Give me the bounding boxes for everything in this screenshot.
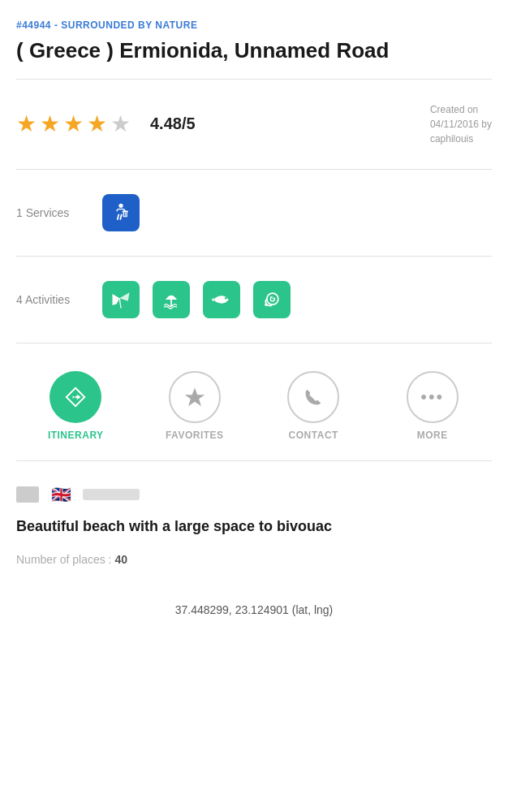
svg-marker-15: [185, 387, 204, 406]
wind-svg: [110, 288, 132, 311]
phone-icon: [301, 385, 325, 409]
rating-row: ★ ★ ★ ★ ★ 4.48/5 Created on 04/11/2016 b…: [16, 91, 492, 158]
service-icon-trash: [102, 194, 140, 231]
places-row: Number of places : 40: [16, 553, 492, 566]
star-1: ★: [16, 110, 37, 137]
divider-2: [16, 169, 492, 170]
activity-icon-fish: [203, 281, 240, 318]
tab-itinerary[interactable]: ITINERARY: [16, 371, 136, 441]
activities-label: 4 Activities: [16, 293, 89, 306]
tab-favorites[interactable]: FAVORITES: [136, 371, 255, 441]
more-circle: •••: [407, 371, 458, 423]
svg-point-12: [225, 296, 227, 299]
activities-row: 4 Activities: [16, 268, 492, 331]
created-info: Created on 04/11/2016 by caphilouis: [430, 102, 492, 146]
tab-contact[interactable]: CONTACT: [254, 371, 373, 441]
divider-4: [16, 343, 492, 343]
flags-row: 🇬🇧: [16, 486, 492, 503]
favorites-label: FAVORITES: [166, 430, 224, 441]
star-icon: [183, 385, 207, 409]
activity-icon-snail: [253, 281, 291, 318]
itinerary-icon: [63, 385, 88, 409]
svg-point-14: [265, 303, 268, 306]
flag-placeholder-1: [16, 486, 39, 503]
beach-svg: [160, 288, 183, 311]
places-value: 40: [114, 553, 127, 566]
flag-uk: 🇬🇧: [47, 486, 75, 503]
favorites-circle: [169, 371, 221, 423]
svg-point-0: [118, 203, 123, 207]
content-area: 🇬🇧 Beautiful beach with a large space to…: [16, 473, 492, 584]
star-3: ★: [63, 110, 84, 137]
coordinates: 37.448299, 23.124901 (lat, lng): [16, 603, 492, 616]
svg-marker-9: [119, 292, 129, 301]
star-2: ★: [40, 110, 60, 137]
rating-value: 4.48/5: [150, 114, 196, 133]
svg-marker-8: [113, 294, 120, 305]
contact-circle: [287, 371, 339, 423]
itinerary-circle: [50, 371, 101, 423]
star-4: ★: [87, 110, 107, 137]
services-label: 1 Services: [16, 206, 89, 219]
divider-3: [16, 256, 492, 257]
created-date: 04/11/2016 by: [430, 119, 492, 130]
snail-svg: [260, 288, 283, 311]
svg-line-6: [120, 214, 122, 219]
svg-line-10: [119, 298, 121, 308]
svg-rect-1: [123, 211, 127, 217]
more-dots-icon: •••: [420, 387, 444, 408]
page-container: #44944 - SURROUNDED BY NATURE ( Greece )…: [0, 0, 508, 649]
contact-label: CONTACT: [289, 430, 338, 441]
tab-more[interactable]: ••• MORE: [373, 371, 493, 441]
divider-1: [16, 79, 492, 80]
divider-5: [16, 460, 492, 461]
services-row: 1 Services: [16, 181, 492, 244]
activity-icon-beach: [153, 281, 190, 318]
nav-tabs: ITINERARY FAVORITES CONTACT •••: [16, 355, 492, 449]
tag-line: #44944 - SURROUNDED BY NATURE: [16, 19, 492, 31]
created-label: Created on: [430, 104, 478, 115]
text-placeholder: [83, 489, 140, 500]
star-5-empty: ★: [110, 110, 131, 137]
trash-person-svg: [110, 201, 132, 224]
page-title: ( Greece ) Ermionida, Unnamed Road: [16, 37, 492, 64]
stars: ★ ★ ★ ★ ★: [16, 110, 131, 137]
activity-icon-wind: [102, 281, 140, 318]
created-user: caphilouis: [430, 133, 473, 145]
svg-line-5: [118, 214, 119, 219]
description-text: Beautiful beach with a large space to bi…: [16, 516, 492, 537]
fish-svg: [210, 288, 233, 311]
itinerary-label: ITINERARY: [48, 430, 104, 441]
more-label: MORE: [417, 430, 448, 441]
places-label: Number of places: [16, 553, 105, 566]
